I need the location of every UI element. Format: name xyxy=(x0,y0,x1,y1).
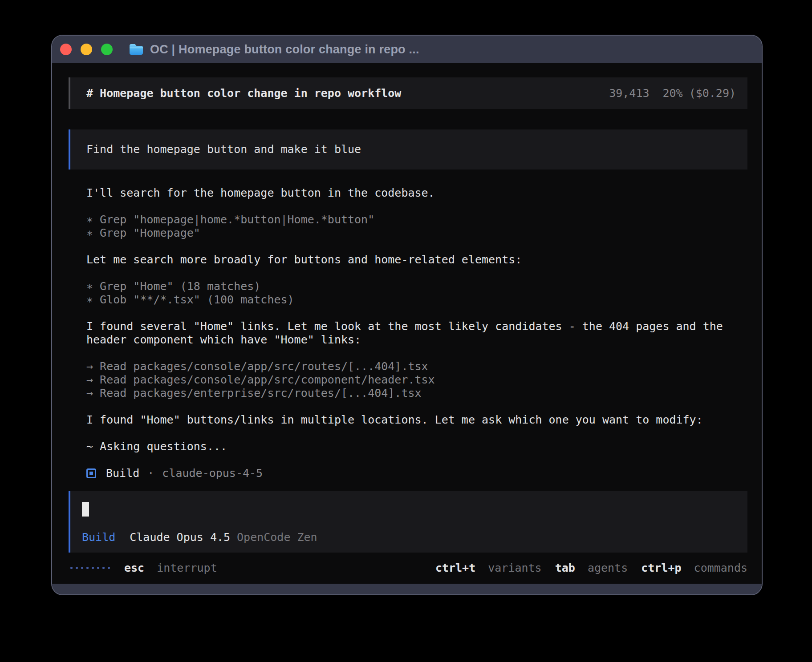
window-title: OC | Homepage button color change in rep… xyxy=(150,43,419,57)
input-meta-row: Build Claude Opus 4.5 OpenCode Zen xyxy=(82,531,736,544)
close-button[interactable] xyxy=(60,44,72,55)
minimize-button[interactable] xyxy=(81,44,92,55)
prompt-input[interactable]: Build Claude Opus 4.5 OpenCode Zen xyxy=(69,491,747,553)
tool-call-list: ∗ Grep "homepage|home.*button|Home.*butt… xyxy=(86,213,747,240)
model-label: Claude Opus 4.5 xyxy=(130,531,230,544)
assistant-message: I found several "Home" links. Let me loo… xyxy=(86,320,747,347)
agents-hint: tab agents xyxy=(555,561,628,574)
commands-label: commands xyxy=(694,561,747,574)
window-bottom-bar xyxy=(52,584,762,594)
provider-label: OpenCode Zen xyxy=(237,531,317,544)
esc-key-label: esc xyxy=(124,561,144,574)
variants-label: variants xyxy=(488,561,541,574)
terminal-content: # Homepage button color change in repo w… xyxy=(52,63,762,584)
agents-label: agents xyxy=(588,561,628,574)
agent-name: Build xyxy=(106,467,139,480)
commands-hint: ctrl+p commands xyxy=(641,561,747,574)
agent-model: claude-opus-4-5 xyxy=(162,467,263,480)
window-titlebar: OC | Homepage button color change in rep… xyxy=(52,36,762,63)
traffic-light-buttons xyxy=(60,44,113,55)
folder-icon xyxy=(129,43,144,56)
variants-hint: ctrl+t variants xyxy=(435,561,542,574)
tool-call-list: ∗ Grep "Home" (18 matches) ∗ Glob "**/*.… xyxy=(86,280,747,307)
tab-key-label: tab xyxy=(555,561,575,574)
agent-mode-label[interactable]: Build xyxy=(82,531,115,544)
assistant-message: I found "Home" buttons/links in multiple… xyxy=(86,413,747,427)
session-header: # Homepage button color change in repo w… xyxy=(69,77,747,109)
terminal-window: OC | Homepage button color change in rep… xyxy=(51,35,763,595)
build-agent-icon xyxy=(86,468,96,478)
agent-status-row: Build · claude-opus-4-5 xyxy=(86,467,747,480)
ctrl-p-key-label: ctrl+p xyxy=(641,561,681,574)
text-cursor xyxy=(82,502,89,517)
status-bar: esc interrupt ctrl+t variants tab agents… xyxy=(69,558,747,577)
assistant-status-message: ~ Asking questions... xyxy=(86,440,747,453)
user-message: Find the homepage button and make it blu… xyxy=(69,129,747,170)
session-cost: ($0.29) xyxy=(689,87,736,100)
assistant-message: Let me search more broadly for buttons a… xyxy=(86,253,747,266)
interrupt-hint: esc interrupt xyxy=(124,561,217,574)
interrupt-label: interrupt xyxy=(157,561,217,574)
ctrl-t-key-label: ctrl+t xyxy=(435,561,475,574)
session-stats: 39,413 20% ($0.29) xyxy=(609,87,736,100)
agent-separator: · xyxy=(147,467,154,480)
maximize-button[interactable] xyxy=(101,44,113,55)
tool-call-list: → Read packages/console/app/src/routes/[… xyxy=(86,360,747,400)
progress-dots xyxy=(69,567,110,569)
session-title: # Homepage button color change in repo w… xyxy=(86,87,401,100)
assistant-message: I'll search for the homepage button in t… xyxy=(86,186,747,200)
context-percent: 20% xyxy=(662,87,682,100)
conversation: I'll search for the homepage button in t… xyxy=(69,186,747,491)
token-count: 39,413 xyxy=(609,87,649,100)
